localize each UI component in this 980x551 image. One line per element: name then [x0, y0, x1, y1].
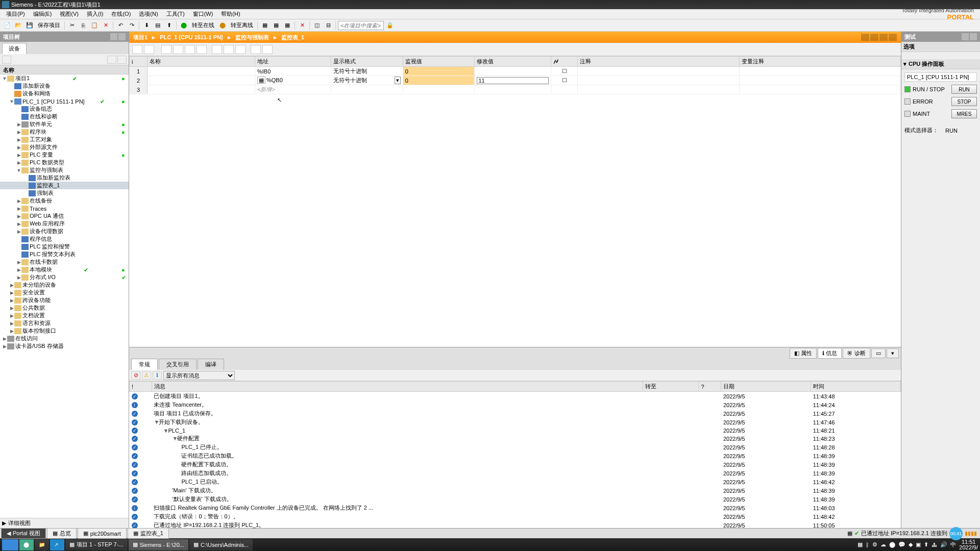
- test-collapse-icon[interactable]: [970, 33, 977, 40]
- editor-close-icon[interactable]: [889, 34, 897, 41]
- tray-icon-4[interactable]: ⬤: [889, 541, 895, 548]
- menu-item[interactable]: 窗口(W): [189, 9, 217, 19]
- tool-icon-1[interactable]: ▦: [260, 21, 270, 30]
- info-collapse-icon[interactable]: ▭: [871, 348, 886, 358]
- watch-column-header[interactable]: 名称: [148, 57, 255, 67]
- editor-float-icon[interactable]: [879, 34, 888, 41]
- watch-tool-8[interactable]: [224, 45, 234, 54]
- watch-row[interactable]: 1%IB0无符号十进制0☐: [130, 67, 901, 76]
- tree-item[interactable]: ▶分布式 I/O✔: [0, 273, 129, 281]
- watch-column-header[interactable]: 修改值: [475, 57, 551, 67]
- filter-error-icon[interactable]: ⊘: [131, 371, 140, 380]
- watch-tool-5[interactable]: [185, 45, 195, 54]
- menu-item[interactable]: 选项(N): [135, 9, 162, 19]
- tree-item[interactable]: ▶PLC 变量●: [0, 151, 129, 159]
- msg-column-header[interactable]: 消息: [152, 382, 643, 392]
- watch-column-header[interactable]: 显示格式: [331, 57, 403, 67]
- test-pin-icon[interactable]: [962, 33, 969, 40]
- tree-item[interactable]: ▶外部源文件: [0, 143, 129, 151]
- tree-tool-1[interactable]: [2, 56, 11, 64]
- tree-item[interactable]: 强制表: [0, 189, 129, 197]
- tree-item[interactable]: ▶工艺对象: [0, 136, 129, 143]
- portal-view-tab[interactable]: ◀Portal 视图: [1, 528, 46, 539]
- message-row[interactable]: ✓▼硬件配置2022/9/511:48:23: [130, 434, 901, 443]
- watch-tool-6[interactable]: [197, 45, 207, 54]
- tree-item[interactable]: ▼PLC_1 [CPU 1511-1 PN]✔●: [0, 97, 129, 105]
- tray-icon[interactable]: ▦: [857, 541, 863, 548]
- tree-item[interactable]: ▶公共数据: [0, 304, 129, 312]
- info-subtab[interactable]: 常规: [131, 359, 158, 370]
- panel-pin-icon[interactable]: [110, 33, 117, 40]
- message-row[interactable]: i未连接 Teamcenter。2022/9/511:44:24: [130, 400, 901, 409]
- message-row[interactable]: ✓PLC_1 已启动。2022/9/511:48:42: [130, 478, 901, 486]
- search-lock-icon[interactable]: 🔒: [385, 21, 395, 30]
- tree-item[interactable]: ▶文档设置: [0, 312, 129, 319]
- compile-icon[interactable]: ▤: [153, 21, 163, 30]
- breadcrumb-segment[interactable]: 项目1: [133, 34, 148, 40]
- tree-item[interactable]: ▶语言和资源: [0, 319, 129, 327]
- tool-icon-2[interactable]: ▦: [271, 21, 281, 30]
- filter-info-icon[interactable]: ℹ: [153, 371, 162, 380]
- editor-min-icon[interactable]: [861, 34, 869, 41]
- volume-icon[interactable]: 🔊: [940, 541, 947, 548]
- menu-item[interactable]: 视图(V): [56, 9, 83, 19]
- project-search-input[interactable]: [338, 21, 384, 30]
- cpu-run-button[interactable]: RUN: [951, 85, 977, 94]
- chrome-icon[interactable]: ⬤: [19, 539, 34, 550]
- breadcrumb-segment[interactable]: PLC_1 [CPU 1511-1 PN]: [160, 34, 223, 40]
- redo-icon[interactable]: ↷: [127, 21, 137, 30]
- msg-column-header[interactable]: !: [130, 382, 152, 392]
- ime-icon[interactable]: 中: [950, 541, 956, 548]
- split-h-icon[interactable]: ◫: [312, 21, 322, 30]
- tree-item[interactable]: ▶跨设备功能: [0, 296, 129, 304]
- tree-item[interactable]: ▶版本控制接口: [0, 327, 129, 335]
- wechat-icon[interactable]: 💬: [898, 541, 905, 548]
- watch-column-header[interactable]: 监视值: [403, 57, 475, 67]
- tree-item[interactable]: ▶未分组的设备: [0, 281, 129, 289]
- tree-item[interactable]: 添加新设备: [0, 82, 129, 90]
- message-row[interactable]: ✓路由组态加载成功。2022/9/511:48:39: [130, 469, 901, 478]
- modify-value-input[interactable]: [477, 77, 548, 84]
- tray-icon-2[interactable]: ⚙: [872, 541, 877, 548]
- cpu-mres-button[interactable]: MRES: [951, 109, 977, 118]
- message-filter-select[interactable]: 显示所有消息: [163, 371, 235, 380]
- explorer-icon[interactable]: 📁: [35, 539, 49, 550]
- tree-tool-2[interactable]: [107, 56, 116, 64]
- tree-item[interactable]: PLC 监控和报警: [0, 243, 129, 251]
- editor-tab[interactable]: ▦总览: [47, 528, 77, 539]
- watch-column-header[interactable]: i: [130, 57, 148, 67]
- cpu-stop-button[interactable]: STOP: [951, 97, 977, 106]
- message-table[interactable]: !消息转至?日期时间 ✓已创建项目 项目1。2022/9/511:43:48i未…: [129, 381, 901, 528]
- tool-icon-3[interactable]: ▦: [282, 21, 292, 30]
- watch-tool-1[interactable]: [132, 45, 142, 54]
- cpu-panel-header[interactable]: ▾ CPU 操作面板: [901, 59, 980, 69]
- tree-item[interactable]: ▶安全设置: [0, 289, 129, 296]
- menu-item[interactable]: 项目(P): [2, 9, 29, 19]
- tree-item[interactable]: ▶设备代理数据: [0, 228, 129, 235]
- tray-icon-3[interactable]: ☁: [880, 541, 886, 548]
- system-tray[interactable]: ▦ ᛒ ⚙ ☁ ⬤ 💬 ◆ ▣ ⬆ 🖧 🔊 中 11:51 2022/9/: [857, 539, 978, 550]
- tree-item[interactable]: ▶Traces: [0, 205, 129, 212]
- tree-item[interactable]: ▶在线访问: [0, 335, 129, 342]
- editor-max-icon[interactable]: [870, 34, 878, 41]
- undo-icon[interactable]: ↶: [115, 21, 126, 30]
- message-row[interactable]: ✓已通过地址 IP=192.168.2.1 连接到 PLC_1。2022/9/5…: [130, 521, 901, 528]
- tray-icon-5[interactable]: ◆: [909, 541, 913, 548]
- open-project-icon[interactable]: 📂: [13, 21, 23, 30]
- tree-item[interactable]: ▼监控与强制表: [0, 166, 129, 174]
- paste-icon[interactable]: 📋: [89, 21, 100, 30]
- msg-column-header[interactable]: 转至: [643, 382, 699, 392]
- breadcrumb-segment[interactable]: 监控表_1: [281, 34, 304, 40]
- tree-item[interactable]: ▶软件单元●: [0, 120, 129, 128]
- message-row[interactable]: ✓PLC_1 已停止。2022/9/511:48:28: [130, 443, 901, 452]
- watch-tool-4[interactable]: [173, 45, 183, 54]
- message-row[interactable]: i扫描接口 Realtek Gaming GbE Family Controll…: [130, 504, 901, 512]
- tree-item[interactable]: ▶在线卡数据: [0, 258, 129, 266]
- message-row[interactable]: ✓'默认变量表' 下载成功。2022/9/511:48:39: [130, 495, 901, 504]
- taskbar-app[interactable]: ▦项目 1 - STEP 7-...: [65, 539, 128, 550]
- watch-column-header[interactable]: 注释: [578, 57, 739, 67]
- editor-tab[interactable]: ▦plc200smart: [78, 528, 127, 539]
- info-tab[interactable]: ⛨诊断: [843, 348, 870, 359]
- msg-column-header[interactable]: 日期: [721, 382, 811, 392]
- tree-item[interactable]: PLC 报警文本列表: [0, 251, 129, 258]
